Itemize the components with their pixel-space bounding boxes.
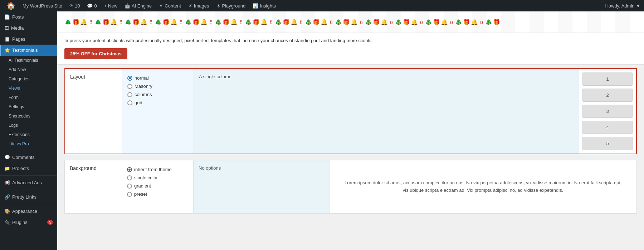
advanced-ads-icon: 📢 [4, 180, 10, 185]
layout-section: Layout normal Masonry columns [64, 68, 637, 154]
playground-menu[interactable]: ☀ Playground [214, 0, 249, 11]
layout-label: Layout [65, 69, 122, 154]
layout-option-columns[interactable]: columns [127, 90, 189, 99]
submenu-item-extensions[interactable]: Extensions [0, 130, 57, 139]
insights-menu[interactable]: 📊 Insights [250, 0, 279, 11]
submenu-item-form[interactable]: Form [0, 93, 57, 102]
sidebar-item-pages[interactable]: 📋 Pages [0, 34, 57, 45]
main-content: 🎄🎁🔔🕯🎄🎁🔔🕯🎄🎁🔔🕯🎄🎁🔔🕯🎄🎁🔔🕯🎄🎁🔔🕯🎄🎁🔔🕯🎄🎁🔔🕯🎄🎁🔔🕯🎄🎁🔔🕯… [57, 11, 644, 250]
layout-column-buttons: 1 2 3 4 5 [579, 69, 636, 154]
radio-preset [127, 192, 132, 197]
bg-option-gradient[interactable]: gradient [127, 182, 188, 190]
sidebar-item-advanced-ads[interactable]: 📢 Advanced Ads [0, 177, 57, 188]
submenu-item-all-testimonials[interactable]: All Testimonials [0, 56, 57, 65]
admin-sidebar: 📄 Posts 🖼 Media 📋 Pages ⭐ Testimonials A… [0, 11, 57, 250]
bg-option-single-color[interactable]: single color [127, 174, 188, 182]
sidebar-item-appearance[interactable]: 🎨 Appearance [0, 206, 57, 217]
new-content-button[interactable]: + New [101, 0, 120, 11]
submenu-item-lite-vs-pro[interactable]: Lite vs Pro [0, 139, 57, 149]
submenu-item-views[interactable]: Views [0, 84, 57, 93]
background-label: Background [65, 160, 122, 213]
radio-normal [127, 76, 132, 81]
media-icon: 🖼 [4, 25, 9, 31]
projects-icon: 📁 [4, 166, 10, 171]
ornaments-decoration: 🎄🎁🔔🕯🎄🎁🔔🕯🎄🎁🔔🕯🎄🎁🔔🕯🎄🎁🔔🕯🎄🎁🔔🕯🎄🎁🔔🕯🎄🎁🔔🕯🎄🎁🔔🕯🎄🎁🔔🕯… [64, 19, 501, 25]
background-preview-text: Lorem ipsum dolor sit amet, accusam comp… [330, 160, 636, 213]
sidebar-item-posts[interactable]: 📄 Posts [0, 11, 57, 22]
sidebar-item-testimonials[interactable]: ⭐ Testimonials [0, 45, 57, 56]
layout-option-masonry[interactable]: Masonry [127, 82, 189, 90]
submenu-item-settings[interactable]: Settings [0, 102, 57, 111]
background-section: Background inherit from theme single col… [64, 160, 637, 214]
sidebar-item-projects[interactable]: 📁 Projects [0, 163, 57, 174]
radio-inherit [127, 167, 132, 172]
ai-engine-menu[interactable]: 🤖 AI Engine [122, 0, 155, 11]
appearance-icon: 🎨 [4, 209, 10, 214]
submenu-item-shortcodes[interactable]: Shortcodes [0, 111, 57, 121]
bg-option-preset[interactable]: preset [127, 190, 188, 198]
testimonials-icon: ⭐ [4, 48, 10, 53]
plugins-icon: 🔌 [4, 220, 10, 225]
comments-counter[interactable]: 💬 0 [84, 0, 99, 11]
background-options: inherit from theme single color gradient… [122, 160, 194, 213]
radio-columns [127, 92, 132, 97]
banner-cta-button[interactable]: 25% OFF for Christmas [64, 48, 127, 59]
sidebar-item-comments[interactable]: 💬 Comments [0, 152, 57, 163]
background-no-options: No options [194, 160, 330, 213]
layout-option-normal[interactable]: normal [127, 74, 189, 82]
banner-ornaments: 🎄🎁🔔🕯🎄🎁🔔🕯🎄🎁🔔🕯🎄🎁🔔🕯🎄🎁🔔🕯🎄🎁🔔🕯🎄🎁🔔🕯🎄🎁🔔🕯🎄🎁🔔🕯🎄🎁🔔🕯… [57, 11, 644, 33]
submenu-item-categories[interactable]: Categories [0, 74, 57, 84]
bg-option-inherit[interactable]: inherit from theme [127, 165, 188, 174]
menu-separator-3 [0, 190, 57, 190]
radio-masonry [127, 84, 132, 89]
menu-separator-4 [0, 204, 57, 204]
radio-gradient [127, 184, 132, 189]
updates-counter[interactable]: ⟳ 10 [67, 0, 83, 11]
sidebar-item-plugins[interactable]: 🔌 Plugins 5 [0, 217, 57, 228]
pretty-links-icon: 🔗 [4, 194, 10, 200]
wp-logo-icon: 🏠 [6, 1, 15, 10]
pages-icon: 📋 [4, 36, 10, 42]
site-name[interactable]: My WordPress Site [20, 0, 65, 11]
comments-icon: 💬 [4, 155, 10, 160]
submenu-item-logs[interactable]: Logs [0, 121, 57, 130]
submenu-item-add-new[interactable]: Add New [0, 65, 57, 74]
column-btn-2[interactable]: 2 [582, 89, 633, 102]
column-btn-4[interactable]: 4 [582, 121, 633, 134]
promo-banner: 🎄🎁🔔🕯🎄🎁🔔🕯🎄🎁🔔🕯🎄🎁🔔🕯🎄🎁🔔🕯🎄🎁🔔🕯🎄🎁🔔🕯🎄🎁🔔🕯🎄🎁🔔🕯🎄🎁🔔🕯… [57, 11, 644, 65]
menu-separator-2 [0, 175, 57, 176]
posts-icon: 📄 [4, 14, 10, 20]
plugins-badge: 5 [47, 220, 53, 225]
column-btn-1[interactable]: 1 [582, 72, 633, 86]
sidebar-item-pretty-links[interactable]: 🔗 Pretty Links [0, 191, 57, 202]
layout-preview: A single column. [194, 69, 579, 154]
column-btn-3[interactable]: 3 [582, 105, 633, 118]
radio-single-color [127, 175, 132, 180]
user-greeting[interactable]: Howdy, Admin ▼ [605, 3, 640, 9]
layout-options: normal Masonry columns grid [122, 69, 194, 154]
menu-separator-1 [0, 150, 57, 150]
layout-option-grid[interactable]: grid [127, 99, 189, 107]
images-menu[interactable]: ☀ Images [185, 0, 212, 11]
admin-bar: 🏠 My WordPress Site ⟳ 10 💬 0 + New 🤖 AI … [0, 0, 644, 11]
content-menu[interactable]: ☀ Content [156, 0, 184, 11]
radio-grid [127, 100, 132, 105]
banner-description: Impress your potential clients with prof… [57, 33, 644, 48]
wp-logo[interactable]: 🏠 [4, 0, 18, 11]
column-btn-5[interactable]: 5 [582, 137, 633, 150]
sidebar-item-media[interactable]: 🖼 Media [0, 22, 57, 34]
